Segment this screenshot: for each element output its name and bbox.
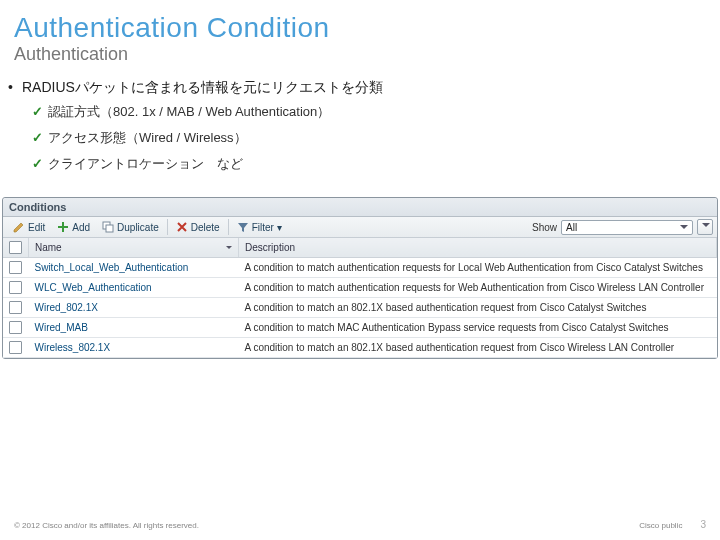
plus-icon [57,221,69,233]
add-button[interactable]: Add [51,219,96,235]
row-desc: A condition to match authentication requ… [239,278,717,298]
edit-button[interactable]: Edit [7,219,51,235]
row-desc: A condition to match an 802.1X based aut… [239,298,717,318]
check-item: 認証方式（802. 1x / MAB / Web Authentication） [0,99,720,125]
delete-icon [176,221,188,233]
conditions-panel: Conditions Edit Add Duplicate Delete Fil… [2,197,718,359]
edit-label: Edit [28,222,45,233]
slide-subtitle: Authentication [0,44,720,73]
conditions-table: Name Description Switch_Local_Web_Authen… [3,238,717,358]
checkbox-icon[interactable] [9,241,22,254]
name-header[interactable]: Name [29,238,239,258]
row-name[interactable]: Switch_Local_Web_Authentication [29,258,239,278]
row-desc: A condition to match authentication requ… [239,258,717,278]
row-checkbox[interactable] [9,281,22,294]
show-value: All [566,222,577,233]
table-row[interactable]: Wired_MAB A condition to match MAC Authe… [3,318,717,338]
page-number: 3 [700,519,706,530]
row-name[interactable]: Wired_802.1X [29,298,239,318]
settings-dropdown-icon[interactable] [697,219,713,235]
row-checkbox[interactable] [9,321,22,334]
duplicate-button[interactable]: Duplicate [96,219,165,235]
filter-icon [237,221,249,233]
svg-rect-1 [106,225,113,232]
duplicate-label: Duplicate [117,222,159,233]
table-row[interactable]: Wireless_802.1X A condition to match an … [3,338,717,358]
show-label: Show [532,222,557,233]
row-name[interactable]: WLC_Web_Authentication [29,278,239,298]
row-checkbox[interactable] [9,261,22,274]
table-row[interactable]: Switch_Local_Web_Authentication A condit… [3,258,717,278]
row-name[interactable]: Wireless_802.1X [29,338,239,358]
row-checkbox[interactable] [9,301,22,314]
table-row[interactable]: Wired_802.1X A condition to match an 802… [3,298,717,318]
add-label: Add [72,222,90,233]
check-item: クライアントロケーション など [0,151,720,177]
chevron-down-icon: ▾ [277,222,282,233]
check-item: アクセス形態（Wired / Wireless） [0,125,720,151]
row-checkbox[interactable] [9,341,22,354]
table-row[interactable]: WLC_Web_Authentication A condition to ma… [3,278,717,298]
row-desc: A condition to match MAC Authentication … [239,318,717,338]
footer-label: Cisco public [639,521,682,530]
delete-label: Delete [191,222,220,233]
row-desc: A condition to match an 802.1X based aut… [239,338,717,358]
row-name[interactable]: Wired_MAB [29,318,239,338]
filter-button[interactable]: Filter ▾ [231,219,288,235]
filter-label: Filter [252,222,274,233]
slide-footer: © 2012 Cisco and/or its affiliates. All … [14,519,706,530]
select-all-header[interactable] [3,238,29,258]
duplicate-icon [102,221,114,233]
toolbar-separator [167,219,168,235]
panel-toolbar: Edit Add Duplicate Delete Filter ▾ Show … [3,217,717,238]
panel-header: Conditions [3,198,717,217]
pencil-icon [13,221,25,233]
copyright-text: © 2012 Cisco and/or its affiliates. All … [14,521,639,530]
delete-button[interactable]: Delete [170,219,226,235]
main-bullet: RADIUSパケットに含まれる情報を元にリクエストを分類 [0,73,720,99]
slide-title: Authentication Condition [0,0,720,44]
show-select[interactable]: All [561,220,693,235]
toolbar-separator [228,219,229,235]
description-header[interactable]: Description [239,238,717,258]
